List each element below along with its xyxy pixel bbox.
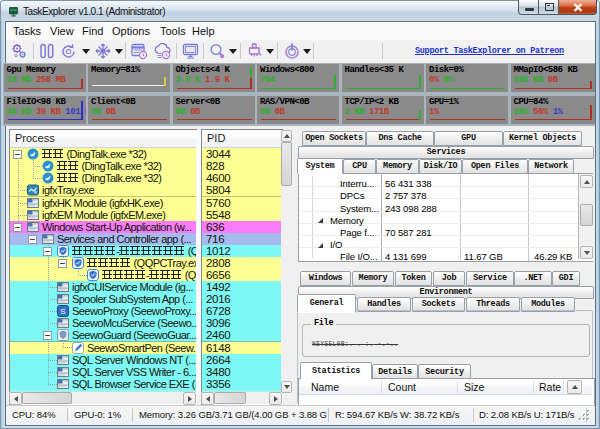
svg-text:S: S (60, 307, 65, 316)
